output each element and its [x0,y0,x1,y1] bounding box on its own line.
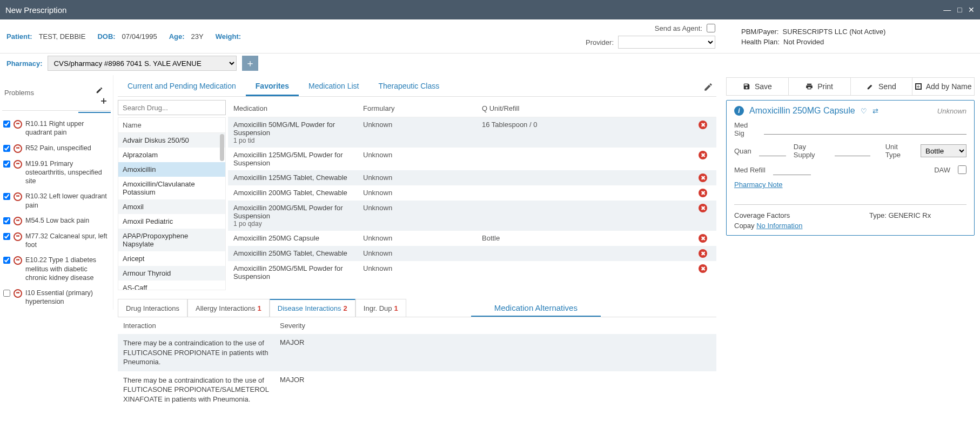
weight-label: Weight: [216,32,241,41]
send-icon [867,83,874,90]
drug-list-item[interactable]: Amoxil Pediatric [118,214,225,229]
sadface-icon [14,120,22,129]
remove-med-icon[interactable]: ✖ [699,173,707,182]
rx-formulary-status: Unknown [937,107,966,115]
copay-noinfo-link[interactable]: No Information [756,222,802,230]
copay-label: Copay [734,222,755,230]
daw-checkbox[interactable] [958,165,966,174]
problem-item[interactable]: R10.11 Right upper quadrant pain [2,116,111,141]
tab-allergy-interactions[interactable]: Allergy Interactions1 [187,299,270,317]
tab-disease-interactions[interactable]: Disease Interactions2 [270,299,355,317]
pharmacy-select[interactable]: CVS/pharmacy #8986 7041 S. YALE AVENUE [48,56,237,71]
edit-favorites-icon[interactable] [700,79,716,95]
minimize-icon[interactable]: — [943,5,951,14]
tab-drug-interactions[interactable]: Drug Interactions [118,299,187,317]
drug-list-item[interactable]: Aricept [118,251,225,266]
send-button[interactable]: Send [851,78,913,95]
medication-row[interactable]: Amoxicillin 250MG/5ML Powder for Suspens… [228,261,716,284]
medication-row[interactable]: Amoxicillin 125MG Tablet, Chewable Unkno… [228,170,716,185]
remove-med-icon[interactable]: ✖ [699,234,707,243]
quan-input[interactable] [759,145,786,156]
medication-row[interactable]: Amoxicillin 125MG/5ML Powder for Suspens… [228,148,716,170]
medication-row[interactable]: Amoxicillin 250MG Capsule Unknown Bottle… [228,231,716,246]
provider-select[interactable] [618,36,715,49]
sadface-icon [14,256,22,265]
age-label: Age: [169,32,185,41]
add-by-name-button[interactable]: + Add by Name [912,78,974,95]
problem-item[interactable]: M19.91 Primary osteoarthritis, unspecifi… [2,156,111,189]
info-icon[interactable]: i [734,106,744,116]
problem-item[interactable]: M77.32 Calcaneal spur, left foot [2,229,111,253]
problem-item[interactable]: R52 Pain, unspecified [2,141,111,156]
drug-search-panel: Name Advair Diskus 250/50AlprazolamAmoxi… [118,100,226,290]
drug-list-item[interactable]: Amoxicillin/Clavulanate Potassium [118,177,225,199]
add-pharmacy-button[interactable]: ＋ [242,56,258,71]
print-button[interactable]: Print [789,78,851,95]
drug-list-item[interactable]: Amoxil [118,199,225,214]
favorite-icon[interactable]: ♡ [861,107,867,115]
problem-checkbox[interactable] [3,161,10,168]
drug-list-item[interactable]: Armour Thyroid [118,266,225,281]
pbm-block: PBM/Payer: SURESCRIPTS LLC (Not Active) … [741,24,974,48]
medication-row[interactable]: Amoxicillin 250MG Tablet, Chewable Unkno… [228,246,716,261]
send-agent-label: Send as Agent: [655,24,702,32]
medication-row[interactable]: Amoxicillin 200MG Tablet, Chewable Unkno… [228,185,716,201]
problem-item[interactable]: R10.32 Left lower quadrant pain [2,189,111,213]
drug-list-item[interactable]: Amoxicillin [118,162,225,177]
swap-icon[interactable]: ⇄ [872,107,878,115]
problem-item[interactable]: I10 Essential (primary) hypertension [2,285,111,310]
med-name: Amoxicillin 125MG/5ML Powder for Suspens… [233,151,363,167]
edit-problems-icon[interactable] [96,86,109,94]
tab-favorites[interactable]: Favorites [246,77,299,96]
dob-label: DOB: [97,32,115,41]
close-icon[interactable]: ✕ [968,5,975,14]
remove-med-icon[interactable]: ✖ [699,264,707,273]
problem-checkbox[interactable] [3,193,10,200]
unittype-select[interactable]: Bottle [921,144,966,157]
remove-med-icon[interactable]: ✖ [699,189,707,197]
medication-alternatives-header[interactable]: Medication Alternatives [471,300,601,317]
problem-checkbox[interactable] [3,145,10,152]
problem-item[interactable]: M54.5 Low back pain [2,213,111,229]
tab-medication-list[interactable]: Medication List [299,77,368,96]
patient-label: Patient: [6,32,32,41]
problem-checkbox[interactable] [3,217,10,224]
problem-checkbox[interactable] [3,233,10,240]
problem-item[interactable]: E10.22 Type 1 diabetes mellitus with dia… [2,252,111,285]
med-formulary: Unknown [363,151,482,159]
drug-list-item[interactable]: APAP/Propoxyphene Napsylate [118,229,225,251]
drug-list-item[interactable]: Advair Diskus 250/50 [118,133,225,148]
remove-med-icon[interactable]: ✖ [699,249,707,258]
send-agent-checkbox[interactable] [707,24,715,32]
medication-row[interactable]: Amoxicillin 50MG/ML Powder for Suspensio… [228,117,716,148]
refill-input[interactable] [773,164,811,175]
med-name: Amoxicillin 250MG/5ML Powder for Suspens… [233,264,363,281]
drug-list-item[interactable]: AS-Caff [118,281,225,290]
pharmacy-note-area[interactable] [734,192,966,205]
save-button[interactable]: Save [727,78,789,95]
drug-list[interactable]: Name Advair Diskus 250/50AlprazolamAmoxi… [118,117,226,290]
problem-text: M19.91 Primary osteoarthritis, unspecifi… [25,159,110,186]
medsig-input[interactable] [764,124,966,135]
pharmacy-note-link[interactable]: Pharmacy Note [734,181,783,189]
tab-ingredient-dup[interactable]: Ingr. Dup1 [355,299,406,317]
problem-checkbox[interactable] [3,257,10,264]
add-problem-icon[interactable]: ＋ [99,95,109,106]
daysupply-input[interactable] [835,145,870,156]
remove-med-icon[interactable]: ✖ [699,121,707,129]
sadface-icon [14,192,22,201]
problem-checkbox[interactable] [3,290,10,297]
remove-med-icon[interactable]: ✖ [699,151,707,159]
remove-med-icon[interactable]: ✖ [699,204,707,212]
medication-row[interactable]: Amoxicillin 200MG/5ML Powder for Suspens… [228,201,716,231]
tab-current-pending[interactable]: Current and Pending Medication [118,77,246,96]
drug-list-item[interactable]: Alprazolam [118,148,225,162]
interaction-table: Interaction Severity There may be a cont… [118,317,716,408]
tab-therapeutic-class[interactable]: Therapeutic Class [368,77,449,96]
med-tabs: Current and Pending Medication Favorites… [118,77,716,97]
maximize-icon[interactable]: □ [957,5,962,14]
quan-label: Quan [734,147,751,155]
problem-checkbox[interactable] [3,121,10,128]
drug-list-scrollbar[interactable] [220,134,224,161]
drug-search-input[interactable] [118,100,226,115]
